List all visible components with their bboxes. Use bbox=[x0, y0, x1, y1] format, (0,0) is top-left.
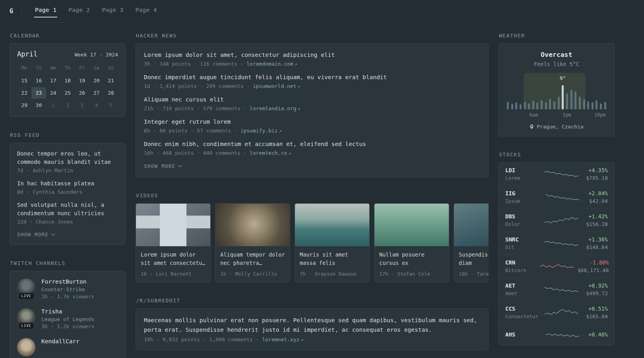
rss-item-title[interactable]: In hac habitasse platea bbox=[17, 179, 118, 188]
video-card[interactable]: Lorem ipsum dolor sit amet consectetu… 1… bbox=[136, 203, 211, 282]
calendar-weekday: Th bbox=[60, 64, 75, 74]
hn-story-meta: 16h · 468 points · 440 comments · loremt… bbox=[144, 150, 480, 156]
video-card[interactable]: Suspendisse diam 18h · Tara bbox=[454, 203, 489, 282]
avatar bbox=[17, 338, 35, 356]
hn-story-title[interactable]: Lorem ipsum dolor sit amet, consectetur … bbox=[144, 51, 480, 59]
stock-price: $156.28 bbox=[586, 221, 608, 227]
stock-price: $499.72 bbox=[586, 290, 608, 296]
rss-item: Sed volutpat nulla nisl, a condimentum n… bbox=[17, 201, 118, 225]
video-card[interactable]: Aliquam tempor dolor nec pharetra… 1h · … bbox=[215, 203, 290, 282]
twitch-channel-name[interactable]: Trisha bbox=[41, 308, 94, 315]
hn-story-stats: 16h · 468 points · 440 comments · bbox=[144, 150, 246, 156]
external-link-icon: ↗ bbox=[288, 150, 291, 156]
nav-tab[interactable]: Page 2 bbox=[68, 5, 91, 18]
stock-row[interactable]: LDI Lorem +4.35% $795.18 bbox=[499, 163, 614, 185]
right-column: WEATHER Overcast Feels like 5°C 9° 6am2p… bbox=[499, 33, 615, 358]
weather-bar bbox=[558, 97, 560, 109]
hn-show-more-button[interactable]: SHOW MORE bbox=[144, 162, 181, 171]
stock-info: CRN Bitcorn bbox=[505, 259, 539, 273]
twitch-channel-name[interactable]: ForrestBurton bbox=[41, 278, 94, 285]
twitch-channel[interactable]: LIVE ForrestBurton Counter-Strike 1h · 1… bbox=[17, 278, 118, 300]
calendar-weekday: We bbox=[46, 64, 60, 74]
weather-times: 6am2pm10pm bbox=[507, 112, 606, 119]
rss-item-title[interactable]: Sed volutpat nulla nisl, a condimentum n… bbox=[17, 201, 118, 218]
nav-tab[interactable]: Page 1 bbox=[34, 5, 57, 18]
hn-story-title[interactable]: Donec enim nibh, condimentum et accumsan… bbox=[144, 140, 480, 148]
external-link-icon: ↗ bbox=[301, 337, 303, 342]
stock-info: SNRC Sit bbox=[505, 236, 539, 250]
twitch-channel[interactable]: LIVE Trisha League of Legends 3h · 1.2k … bbox=[17, 308, 118, 329]
hacker-news-section: HACKER NEWS Lorem ipsum dolor sit amet, … bbox=[136, 33, 489, 177]
rss-section: RSS FEED Donec tempor eros leo, ut commo… bbox=[10, 132, 126, 245]
stock-sparkline bbox=[544, 214, 579, 226]
stock-values: +2.84% $42.04 bbox=[588, 190, 608, 204]
stock-ticker: CRN bbox=[505, 259, 539, 266]
rss-item-meta: 8d · Cynthia Saunders bbox=[17, 189, 118, 195]
twitch-avatar-wrap bbox=[17, 338, 35, 356]
stock-ticker: IIG bbox=[505, 190, 539, 197]
video-card[interactable]: Mauris sit amet massa felis 7h · Grayson… bbox=[295, 203, 370, 282]
twitch-section: TWITCH CHANNELS LIVE ForrestBurton Count… bbox=[10, 260, 126, 358]
rss-item: In hac habitasse platea 8d · Cynthia Sau… bbox=[17, 179, 118, 195]
stock-row[interactable]: DBS Dolor +1.42% $156.28 bbox=[499, 208, 614, 232]
stock-sparkline bbox=[544, 237, 579, 249]
stock-row[interactable]: AET Amet +0.92% $499.72 bbox=[499, 278, 614, 301]
hn-story-title[interactable]: Donec imperdiet augue tincidunt felis al… bbox=[144, 73, 480, 82]
weather-bar bbox=[600, 103, 602, 109]
calendar-day: 23 bbox=[31, 87, 46, 99]
hn-story-domain[interactable]: ipsumworld.net bbox=[253, 83, 297, 89]
stock-values: -1.00% $66,171.48 bbox=[578, 259, 609, 273]
live-badge: LIVE bbox=[19, 293, 34, 299]
twitch-channel[interactable]: KendallCarr bbox=[17, 338, 118, 356]
hn-story-title[interactable]: Integer eget rutrum lorem bbox=[144, 118, 480, 126]
weather-bar bbox=[592, 102, 594, 109]
stock-name: Ipsum bbox=[505, 198, 539, 204]
weather-bar bbox=[574, 91, 576, 109]
calendar-header: April Week 17 · 2024 bbox=[17, 50, 118, 58]
twitch-viewers: 1h · 1.7k viewers bbox=[41, 294, 94, 300]
nav-tab[interactable]: Page 3 bbox=[101, 5, 124, 18]
subreddit-post-domain[interactable]: loremnet.xyz bbox=[262, 337, 299, 342]
weather-bar bbox=[553, 101, 555, 109]
weather-widget: Overcast Feels like 5°C 9° 6am2pm10pm Pr… bbox=[499, 43, 615, 136]
stock-row[interactable]: IIG Ipsum +2.84% $42.04 bbox=[499, 185, 614, 208]
hn-story-domain[interactable]: loremtech.co bbox=[250, 150, 287, 156]
stock-price: $148.64 bbox=[586, 244, 608, 250]
hn-story-domain[interactable]: loremlandia.org bbox=[250, 105, 296, 111]
weather-time-label: 6am bbox=[530, 112, 538, 118]
section-heading-calendar: CALENDAR bbox=[10, 33, 126, 39]
twitch-channel-info: ForrestBurton Counter-Strike 1h · 1.7k v… bbox=[41, 278, 94, 300]
stock-values: +0.92% $499.72 bbox=[586, 282, 608, 296]
stock-sparkline bbox=[539, 261, 574, 272]
nav-divider bbox=[21, 7, 22, 16]
app-logo[interactable]: G bbox=[10, 0, 21, 22]
subreddit-post-meta: 19h · 9,932 points · 1,090 comments · lo… bbox=[144, 337, 480, 342]
stock-row[interactable]: AHS +0.46% bbox=[499, 324, 614, 345]
rss-show-more-button[interactable]: SHOW MORE bbox=[17, 231, 54, 240]
nav-tab[interactable]: Page 4 bbox=[135, 5, 158, 18]
hn-story-domain[interactable]: ipsumify.biz bbox=[241, 128, 278, 134]
calendar-weekday: Sa bbox=[89, 64, 103, 74]
calendar-day: 26 bbox=[75, 87, 89, 99]
hn-story-title[interactable]: Aliquam nec cursus elit bbox=[144, 95, 480, 104]
calendar-weekday: Su bbox=[104, 64, 118, 74]
stock-row[interactable]: CRN Bitcorn -1.00% $66,171.48 bbox=[499, 255, 614, 278]
weather-bar bbox=[570, 90, 572, 109]
stock-row[interactable]: CCS Consectetur +0.51% $165.84 bbox=[499, 301, 614, 324]
stock-name: Lorem bbox=[505, 175, 539, 181]
video-thumbnail bbox=[374, 204, 449, 246]
chevron-down-icon bbox=[178, 163, 182, 167]
video-card[interactable]: Nullam posuere cursus ex 17h · Stefan Co… bbox=[374, 203, 449, 282]
stock-sparkline bbox=[545, 191, 580, 203]
rss-item-title[interactable]: Donec tempor eros leo, ut commodo mauris… bbox=[17, 150, 118, 166]
hn-story-domain[interactable]: loremdomain.com bbox=[246, 61, 293, 67]
video-title: Aliquam tempor dolor nec pharetra… bbox=[215, 246, 290, 267]
calendar-day: 4 bbox=[89, 99, 103, 111]
twitch-game: Counter-Strike bbox=[41, 286, 94, 292]
stock-change: +1.36% bbox=[586, 236, 608, 243]
twitch-channel-name[interactable]: KendallCarr bbox=[41, 338, 80, 344]
stock-row[interactable]: SNRC Sit +1.36% $148.64 bbox=[499, 232, 614, 255]
twitch-channel-info: KendallCarr bbox=[41, 338, 80, 344]
subreddit-post-title[interactable]: Maecenas mollis pulvinar erat non posuer… bbox=[144, 316, 480, 335]
calendar-day: 15 bbox=[17, 75, 31, 86]
